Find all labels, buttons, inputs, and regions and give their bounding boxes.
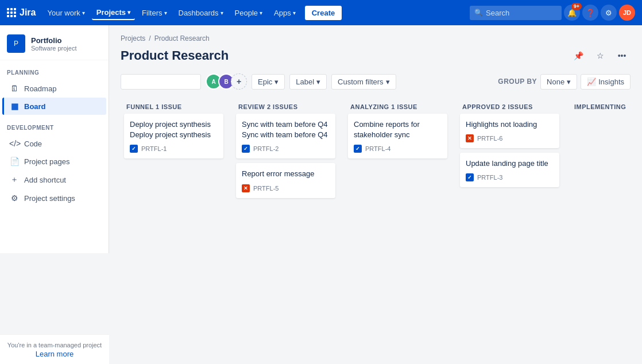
chevron-icon: ▾ [260,10,262,16]
star-button[interactable]: ☆ [591,47,609,64]
nav-your-work[interactable]: Your work ▾ [42,6,89,20]
sidebar-item-label: Code [24,140,42,148]
nav-filters[interactable]: Filters ▾ [137,6,171,20]
ticket-type-story-icon: ✓ [466,173,474,181]
breadcrumb-projects[interactable]: Projects [121,34,145,42]
settings-icon: ⚙ [9,193,20,203]
sidebar-item-label: Board [24,102,46,111]
sidebar-item-board[interactable]: ▦ Board [2,98,106,115]
card-meta: ✓PRTFL-4 [354,145,442,153]
more-options-button[interactable]: ••• [613,47,631,64]
top-navigation: Jira Your work ▾ Projects ▾ Filters ▾ Da… [0,0,642,25]
column-cards: Combine reports for stakeholder sync✓PRT… [345,114,451,163]
card-meta: ✕PRTFL-6 [466,134,554,142]
project-info: Portfolio Software project [31,36,76,52]
chevron-down-icon: ▾ [386,78,390,86]
page-title: Product Research [121,48,229,63]
create-button[interactable]: Create [305,6,342,20]
card-meta: ✓PRTFL-2 [242,145,330,153]
settings-button[interactable]: ⚙ [601,5,617,21]
card-meta: ✕PRTFL-5 [242,184,330,192]
column-header: REVIEW 2 ISSUES [233,99,339,114]
board-column-funnel: FUNNEL 1 ISSUEDeploy project synthesis D… [121,99,227,163]
card-title: Sync with team before Q4 Sync with team … [242,119,330,140]
board-search-input[interactable] [121,74,201,90]
column-header: FUNNEL 1 ISSUE [121,99,227,114]
sidebar-item-label: Project pages [24,157,70,166]
sidebar-footer: You're in a team-managed project Learn m… [0,334,109,365]
column-cards: Highlights not loading✕PRTFL-6Update lan… [457,114,563,192]
chevron-icon: ▾ [293,10,296,16]
user-avatar[interactable]: JD [619,5,635,21]
breadcrumb-current: Product Research [154,34,210,42]
code-icon: </> [9,139,20,148]
column-cards [568,114,631,118]
label-filter-button[interactable]: Label ▾ [289,74,327,90]
help-icon: ❓ [586,9,595,17]
epic-filter-button[interactable]: Epic ▾ [252,74,285,90]
add-icon: ＋ [9,175,20,185]
card-title: Update landing page title [466,158,554,169]
breadcrumb-separator: / [149,34,150,42]
ticket-type-story-icon: ✓ [130,145,138,153]
board-card[interactable]: Highlights not loading✕PRTFL-6 [460,114,559,148]
board-card[interactable]: Combine reports for stakeholder sync✓PRT… [348,114,447,158]
learn-more-link[interactable]: Learn more [36,350,74,358]
page-header: Product Research 📌 ☆ ••• [121,47,631,64]
chevron-icon: ▾ [127,9,130,16]
sidebar-item-project-settings[interactable]: ⚙ Project settings [2,189,106,207]
ticket-id: PRTFL-3 [477,174,502,181]
search-wrapper: 🔍 [470,6,562,20]
chevron-down-icon: ▾ [316,78,320,86]
notifications-button[interactable]: 🔔 9+ [564,5,580,21]
breadcrumb: Projects / Product Research [121,34,631,42]
project-title: Portfolio [31,36,76,45]
nav-people[interactable]: People ▾ [230,6,267,20]
custom-filters-button[interactable]: Custom filters ▾ [331,74,396,90]
board-card[interactable]: Report error message✕PRTFL-5 [236,163,335,198]
ticket-type-bug-icon: ✕ [242,184,250,192]
sidebar-item-add-shortcut[interactable]: ＋ Add shortcut [2,171,106,189]
group-by-section: GROUP BY None ▾ 📈 Insights [498,74,631,90]
chart-icon: 📈 [587,78,596,86]
board-card[interactable]: Update landing page title✓PRTFL-3 [460,153,559,187]
group-by-button[interactable]: None ▾ [540,74,577,90]
jira-logo-text: Jira [20,7,36,18]
card-title: Combine reports for stakeholder sync [354,119,442,140]
ticket-id: PRTFL-4 [365,145,390,152]
ticket-id: PRTFL-5 [253,185,279,192]
ticket-id: PRTFL-1 [141,145,167,152]
card-meta: ✓PRTFL-3 [466,173,554,181]
sidebar-content: P Portfolio Software project PLANNING 🗓 … [0,25,109,253]
card-title: Report error message [242,169,330,179]
footer-text: You're in a team-managed project [7,340,102,350]
chevron-down-icon: ▾ [274,78,279,86]
group-by-label: GROUP BY [498,78,537,86]
project-header[interactable]: P Portfolio Software project [0,25,109,60]
sidebar-item-roadmap[interactable]: 🗓 Roadmap [2,80,106,97]
add-avatar-button[interactable]: + [231,73,247,90]
sidebar-item-code[interactable]: </> Code [2,135,106,152]
sidebar-item-project-pages[interactable]: 📄 Project pages [2,153,106,170]
nav-apps[interactable]: Apps ▾ [269,6,300,20]
insights-button[interactable]: 📈 Insights [581,74,631,90]
board-card[interactable]: Sync with team before Q4 Sync with team … [236,114,335,158]
project-icon: P [7,34,25,53]
search-input[interactable] [470,6,562,20]
board-column-implementing: IMPLEMENTING [568,99,631,118]
board-column-analyzing: ANALYZING 1 ISSUECombine reports for sta… [345,99,451,163]
column-header: IMPLEMENTING [568,99,631,114]
nav-projects[interactable]: Projects ▾ [92,6,135,20]
column-cards: Sync with team before Q4 Sync with team … [233,114,339,203]
nav-dashboards[interactable]: Dashboards ▾ [174,6,228,20]
column-cards: Deploy project synthesis Deploy project … [121,114,227,163]
pin-button[interactable]: 📌 [570,47,587,64]
board-columns: FUNNEL 1 ISSUEDeploy project synthesis D… [121,99,631,208]
app-logo[interactable]: Jira [7,7,36,18]
board-icon: ▦ [9,102,20,111]
board-search-wrapper: 🔍 [121,74,201,90]
board-card[interactable]: Deploy project synthesis Deploy project … [124,114,223,158]
chevron-icon: ▾ [82,10,85,16]
ticket-id: PRTFL-6 [477,135,502,142]
help-button[interactable]: ❓ [582,5,598,21]
